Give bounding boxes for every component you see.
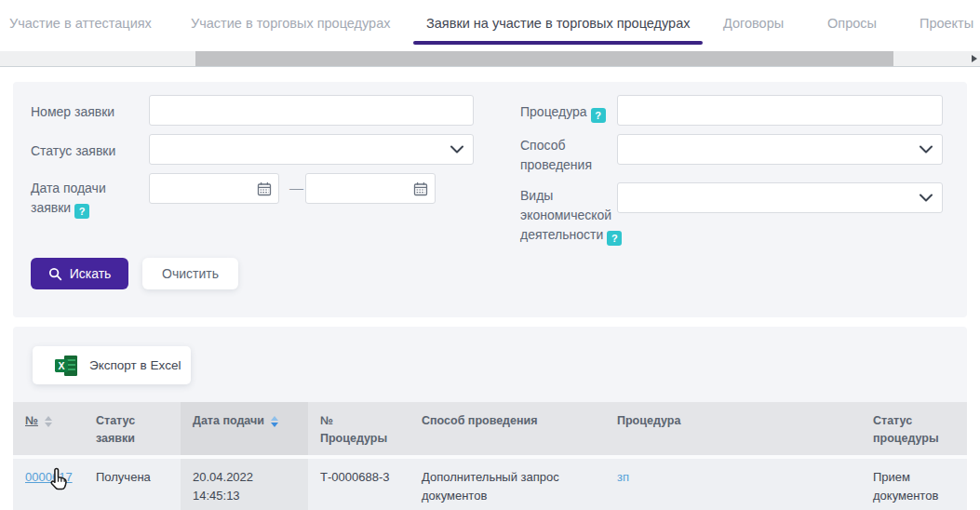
svg-text:X: X bbox=[58, 360, 64, 371]
procedure-label: Процедура? bbox=[520, 102, 624, 123]
sort-icon[interactable] bbox=[271, 416, 278, 427]
scroll-right-arrow[interactable] bbox=[972, 55, 977, 62]
procedure-input[interactable] bbox=[617, 95, 943, 126]
activity-kinds-label: Виды экономической деятельности? bbox=[520, 186, 624, 246]
method-select[interactable] bbox=[617, 134, 943, 165]
header-method[interactable]: Способ проведения bbox=[409, 402, 605, 455]
help-icon[interactable]: ? bbox=[607, 231, 622, 246]
cell-submit-date: 20.04.2022 14:45:13 bbox=[181, 459, 308, 510]
cell-procedure-status: Прием документов bbox=[861, 459, 967, 510]
tab-contracts[interactable]: Договоры bbox=[723, 0, 784, 45]
activity-kinds-select[interactable] bbox=[617, 182, 943, 213]
search-button[interactable]: Искать bbox=[31, 258, 128, 289]
date-from-field[interactable] bbox=[149, 173, 279, 204]
procedure-link[interactable]: зп bbox=[617, 470, 629, 484]
date-to-input[interactable] bbox=[305, 173, 436, 204]
tab-trade-procedures[interactable]: Участие в торговых процедурах bbox=[191, 0, 390, 45]
tab-attestations[interactable]: Участие в аттестациях bbox=[9, 0, 152, 45]
cell-request-status: Получена bbox=[84, 459, 181, 510]
tab-bar: Участие в аттестациях Участие в торговых… bbox=[0, 0, 980, 48]
scrollbar-thumb[interactable] bbox=[195, 51, 893, 66]
table-header-row: № Статус заявки Дата подачи № Процедуры … bbox=[13, 402, 967, 459]
help-icon[interactable]: ? bbox=[591, 108, 606, 123]
clear-button[interactable]: Очистить bbox=[142, 258, 238, 289]
page: Участие в аттестациях Участие в торговых… bbox=[0, 0, 980, 510]
cell-procedure-number: Т-0000688-3 bbox=[308, 459, 409, 510]
tab-surveys[interactable]: Опросы bbox=[827, 0, 877, 45]
excel-icon: X bbox=[53, 355, 80, 377]
tab-projects[interactable]: Проекты bbox=[920, 0, 973, 45]
header-submit-date[interactable]: Дата подачи bbox=[181, 402, 308, 455]
header-number[interactable]: № bbox=[13, 402, 84, 455]
table-row: 0000617 Получена 20.04.2022 14:45:13 Т-0… bbox=[13, 459, 967, 510]
request-number-input[interactable] bbox=[149, 95, 474, 126]
header-request-status[interactable]: Статус заявки bbox=[84, 402, 181, 455]
cell-procedure: зп bbox=[605, 459, 861, 510]
search-icon bbox=[48, 267, 62, 281]
sort-icon[interactable] bbox=[45, 416, 52, 427]
date-from-input[interactable] bbox=[149, 173, 279, 204]
submit-date-label: Дата подачи заявки? bbox=[31, 179, 131, 219]
date-to-field[interactable] bbox=[305, 173, 436, 204]
filter-panel: Номер заявки Статус заявки Дата подачи з… bbox=[13, 82, 967, 317]
export-excel-button[interactable]: X Экспорт в Excel bbox=[33, 346, 191, 384]
date-range-separator: — bbox=[289, 180, 303, 195]
horizontal-scrollbar[interactable] bbox=[0, 51, 980, 67]
request-status-label: Статус заявки bbox=[31, 141, 115, 161]
request-status-select[interactable] bbox=[149, 134, 474, 165]
help-icon[interactable]: ? bbox=[74, 204, 89, 219]
header-procedure-number[interactable]: № Процедуры bbox=[308, 402, 409, 455]
method-label: Способ проведения bbox=[520, 136, 618, 175]
cell-method: Дополнительный запрос документов bbox=[409, 459, 605, 510]
request-number-label: Номер заявки bbox=[31, 102, 114, 122]
header-procedure[interactable]: Процедура bbox=[605, 402, 861, 455]
hand-cursor-icon bbox=[47, 466, 73, 493]
header-procedure-status[interactable]: Статус процедуры bbox=[861, 402, 967, 455]
tab-trade-procedure-requests[interactable]: Заявки на участие в торговых процедурах bbox=[413, 0, 703, 45]
requests-table: № Статус заявки Дата подачи № Процедуры … bbox=[13, 402, 967, 510]
results-panel: X Экспорт в Excel № Статус заявки Дата п… bbox=[13, 327, 967, 510]
